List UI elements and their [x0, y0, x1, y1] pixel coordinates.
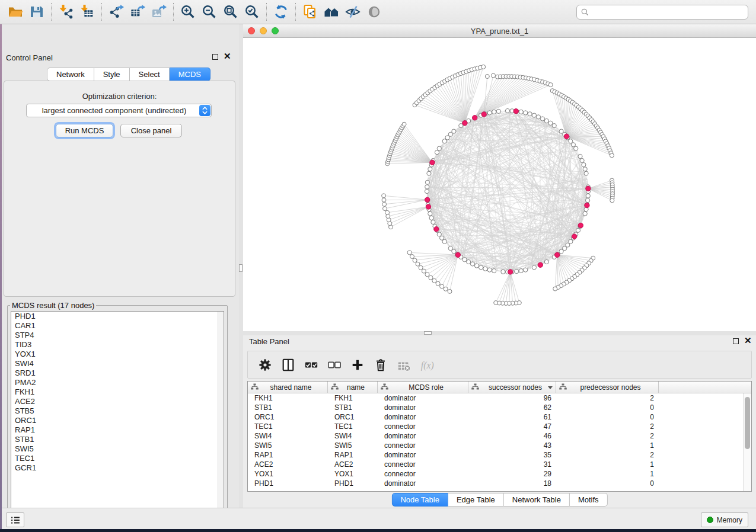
table-row[interactable]: PHD1PHD1dominator180 — [248, 479, 751, 488]
tab-node-table[interactable]: Node Table — [391, 493, 448, 507]
network-node[interactable] — [429, 216, 433, 220]
mcds-result-node[interactable]: STB1 — [11, 435, 224, 444]
close-panel-button[interactable]: Close panel — [120, 124, 182, 137]
network-node[interactable] — [519, 110, 523, 114]
network-node[interactable] — [382, 202, 387, 206]
table-row[interactable]: TEC1TEC1connector472 — [248, 422, 751, 431]
table-scrollbar[interactable] — [743, 393, 751, 491]
network-node[interactable] — [410, 255, 414, 259]
network-node[interactable] — [583, 211, 587, 216]
network-node[interactable] — [402, 122, 406, 126]
network-node[interactable] — [425, 185, 429, 189]
network-node[interactable] — [532, 113, 536, 117]
network-canvas[interactable] — [243, 38, 756, 331]
network-node[interactable] — [427, 171, 431, 175]
network-node[interactable] — [425, 180, 429, 184]
network-node[interactable] — [383, 207, 387, 211]
open-button[interactable] — [5, 2, 26, 22]
mcds-result-node[interactable]: CAR1 — [11, 321, 224, 331]
cell-successor-nodes[interactable]: 62 — [468, 403, 556, 412]
horizontal-splitter[interactable] — [243, 331, 756, 335]
cell-MCDS-role[interactable]: dominator — [378, 412, 468, 422]
network-node[interactable] — [582, 163, 586, 167]
network-node[interactable] — [524, 268, 528, 272]
mcds-result-node[interactable]: ACE2 — [11, 397, 224, 406]
network-node[interactable] — [584, 171, 588, 175]
zoom-selected-button[interactable] — [241, 2, 263, 22]
tab-network-table[interactable]: Network Table — [504, 493, 570, 507]
mcds-result-node[interactable]: ORC1 — [11, 416, 224, 425]
network-node[interactable] — [416, 262, 420, 266]
cell-shared-name[interactable]: SWI4 — [248, 431, 328, 441]
network-node[interactable] — [428, 211, 432, 216]
cell-predecessor-nodes[interactable]: 0 — [556, 412, 659, 422]
vertical-splitter-handle[interactable] — [239, 264, 243, 272]
cell-shared-name[interactable]: ACE2 — [248, 460, 328, 469]
network-node[interactable] — [470, 262, 474, 266]
mcds-network-node[interactable] — [538, 262, 543, 267]
deselect-all-button[interactable] — [326, 356, 343, 374]
cell-predecessor-nodes[interactable]: 1 — [556, 469, 659, 479]
cell-MCDS-role[interactable]: dominator — [378, 403, 468, 412]
table-row[interactable]: RAP1RAP1dominator352 — [248, 450, 751, 460]
tab-edge-table[interactable]: Edge Table — [448, 493, 504, 507]
network-node[interactable] — [501, 270, 505, 274]
cell-predecessor-nodes[interactable]: 2 — [556, 422, 659, 431]
tab-motifs[interactable]: Motifs — [570, 493, 608, 507]
mcds-result-node[interactable]: SRD1 — [11, 368, 224, 378]
network-node[interactable] — [485, 75, 489, 79]
cell-successor-nodes[interactable]: 61 — [468, 412, 556, 422]
select-all-button[interactable] — [302, 356, 320, 374]
network-node[interactable] — [553, 287, 557, 291]
network-node[interactable] — [586, 194, 590, 198]
cell-MCDS-role[interactable]: dominator — [378, 479, 468, 488]
mcds-result-node[interactable]: TID3 — [11, 340, 224, 350]
network-node[interactable] — [483, 267, 487, 271]
cell-predecessor-nodes[interactable]: 0 — [556, 403, 659, 412]
network-node[interactable] — [429, 275, 433, 280]
network-node[interactable] — [448, 289, 452, 293]
mcds-result-node[interactable]: SWI4 — [11, 359, 224, 368]
table-row[interactable]: ACE2ACE2connector311 — [248, 460, 751, 469]
network-node[interactable] — [524, 111, 528, 115]
search-box[interactable] — [576, 5, 748, 20]
mcds-network-node[interactable] — [434, 227, 439, 232]
network-node[interactable] — [528, 112, 532, 116]
cell-MCDS-role[interactable]: dominator — [378, 450, 468, 460]
cell-shared-name[interactable]: FKH1 — [248, 393, 328, 403]
network-node[interactable] — [576, 228, 580, 232]
network-node[interactable] — [437, 146, 441, 150]
vertical-splitter[interactable] — [239, 24, 243, 508]
network-node[interactable] — [382, 194, 386, 198]
cell-MCDS-role[interactable]: connector — [378, 460, 468, 469]
table-row[interactable]: FKH1FKH1dominator962 — [248, 393, 751, 403]
cell-predecessor-nodes[interactable]: 1 — [556, 441, 659, 450]
mcds-result-node[interactable]: RAP1 — [11, 425, 224, 435]
criterion-select[interactable]: largest connected component (undirected) — [26, 104, 212, 117]
show-all-button[interactable] — [363, 2, 385, 22]
network-node[interactable] — [479, 265, 483, 270]
zoom-fit-button[interactable] — [220, 2, 241, 22]
network-node[interactable] — [548, 121, 553, 125]
mcds-network-node[interactable] — [508, 270, 513, 274]
tab-mcds[interactable]: MCDS — [170, 68, 210, 81]
cell-MCDS-role[interactable]: connector — [378, 441, 468, 450]
network-node[interactable] — [532, 265, 536, 270]
cell-name[interactable]: ACE2 — [328, 460, 378, 469]
network-node[interactable] — [487, 111, 492, 115]
cell-shared-name[interactable]: ORC1 — [248, 412, 328, 422]
network-node[interactable] — [428, 167, 432, 171]
network-node[interactable] — [571, 143, 575, 147]
mcds-network-node[interactable] — [425, 197, 430, 202]
float-panel-icon[interactable] — [733, 338, 739, 344]
mcds-network-node[interactable] — [462, 121, 467, 126]
float-panel-icon[interactable] — [212, 54, 218, 60]
network-node[interactable] — [552, 124, 556, 128]
mcds-result-node[interactable]: GCR1 — [11, 463, 224, 473]
horizontal-splitter-handle[interactable] — [424, 331, 432, 335]
trash-button[interactable] — [372, 356, 390, 374]
mcds-result-node[interactable]: FKH1 — [11, 387, 224, 397]
network-node[interactable] — [515, 270, 519, 274]
network-node[interactable] — [548, 83, 553, 87]
refresh-button[interactable] — [270, 2, 292, 22]
